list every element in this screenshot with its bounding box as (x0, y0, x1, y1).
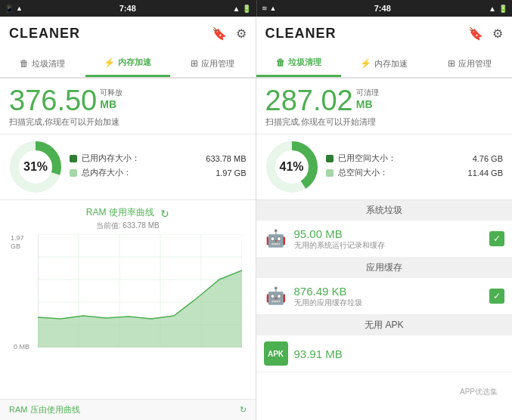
tab-trash-right[interactable]: 🗑 垃圾清理 (256, 50, 342, 77)
android-icon-cache: 🤖 (264, 284, 288, 308)
right-total-val: 11.44 GB (468, 168, 503, 178)
left-used-val: 633.78 MB (206, 154, 246, 163)
left-unit-mb: MB (100, 98, 123, 110)
ram-chart (38, 234, 242, 347)
right-used-val: 4.76 GB (473, 154, 503, 163)
tab-trash-label-left: 垃圾清理 (32, 58, 65, 69)
system-item-desc: 无用的系统运行记录和缓存 (294, 240, 484, 251)
tab-memory-left[interactable]: ⚡ 内存加速 (85, 50, 171, 77)
left-stats-info: 已用内存大小： 633.78 MB 总内存大小： 1.97 GB (70, 153, 247, 181)
right-stats-info: 已用空间大小： 4.76 GB 总空间大小： 11.44 GB (326, 153, 504, 181)
left-donut: 31% (9, 141, 62, 193)
left-tabs: 🗑 垃圾清理 ⚡ 内存加速 ⊞ 应用管理 (0, 50, 256, 79)
list-item-cache[interactable]: 🤖 876.49 KB 无用的应用缓存垃圾 ✓ (256, 278, 513, 315)
right-stat-used: 已用空间大小： 4.76 GB (326, 153, 504, 164)
right-app-header: CLEANER 🔖 ⚙ (256, 17, 513, 50)
bookmark-icon-left[interactable]: 🔖 (212, 26, 227, 41)
cache-item-desc: 无用的应用缓存垃圾 (294, 298, 484, 308)
status-bar-right: ≋ ▲ 7:48 ▲ 🔋 (256, 0, 513, 17)
left-right-icons: ▲ 🔋 (233, 5, 252, 13)
right-used-dot (326, 155, 334, 162)
apk-icon: APK (264, 341, 288, 366)
apk-item-info: 93.91 MB (294, 347, 505, 360)
phone-icon: 📱 (5, 5, 14, 13)
cache-item-info: 876.49 KB 无用的应用缓存垃圾 (294, 285, 484, 308)
tab-trash-label-right: 垃圾清理 (288, 57, 321, 68)
used-dot (70, 155, 77, 162)
left-stat-total: 总内存大小： 1.97 GB (70, 167, 247, 178)
right-big-number: 287.02 (265, 86, 353, 115)
right-header-icons: 🔖 ⚙ (468, 26, 503, 41)
left-chart-title: RAM 使用率曲线 (86, 206, 154, 219)
apps-icon-right: ⊞ (448, 58, 455, 69)
right-status-icons: ≋ ▲ (262, 5, 277, 12)
left-number-row: 376.50 可释放 MB (9, 86, 247, 115)
bookmark-icon-right[interactable]: 🔖 (468, 26, 483, 41)
right-total-dot (326, 169, 334, 177)
right-used-label: 已用空间大小： (338, 153, 468, 164)
section-system-trash: 系统垃圾 (256, 200, 513, 221)
chart-y-top: 1.97GB (11, 234, 24, 251)
memory-icon-right: ⚡ (360, 58, 371, 69)
left-scan-desc: 扫描完成,你现在可以开始加速 (9, 116, 247, 128)
left-status-icons: 📱 ▲ (5, 5, 23, 13)
right-unit: 可清理 MB (356, 86, 379, 110)
tab-memory-label-right: 内存加速 (374, 58, 408, 69)
status-bars: 📱 ▲ 7:48 ▲ 🔋 ≋ ▲ 7:48 ▲ 🔋 (0, 0, 512, 17)
left-bottom-label: RAM 压由使用曲线 ↻ (0, 399, 256, 420)
left-big-number: 376.50 (9, 86, 97, 115)
status-bar-left: 📱 ▲ 7:48 ▲ 🔋 (0, 0, 256, 17)
tab-apps-label-right: 应用管理 (458, 58, 492, 69)
tab-trash-left[interactable]: 🗑 垃圾清理 (0, 50, 85, 77)
battery-icon-left: 🔋 (242, 5, 251, 13)
cache-item-check[interactable]: ✓ (489, 289, 504, 304)
right-big-number-section: 287.02 可清理 MB 扫描完成,你现在可以开始清理 (256, 79, 513, 134)
system-item-check[interactable]: ✓ (489, 231, 504, 246)
tab-apps-left[interactable]: ⊞ 应用管理 (170, 50, 256, 77)
trash-icon-right: 🗑 (276, 57, 285, 68)
settings-icon-right[interactable]: ⚙ (492, 26, 503, 41)
right-total-label: 总空间大小： (338, 167, 464, 178)
wifi-icon-right: ▲ (489, 5, 496, 13)
section-apk: 无用 APK (256, 315, 513, 335)
right-app-title: CLEANER (265, 26, 337, 42)
left-bottom-refresh[interactable]: ↻ (240, 405, 247, 415)
left-app-title: CLEANER (9, 26, 80, 42)
right-donut: 41% (265, 141, 318, 193)
left-time: 7:48 (119, 4, 136, 13)
right-number-row: 287.02 可清理 MB (265, 86, 504, 115)
memory-icon-left: ⚡ (104, 57, 115, 68)
left-stat-used: 已用内存大小： 633.78 MB (70, 153, 247, 164)
signal-icon: ▲ (16, 5, 23, 12)
left-chart-subtitle: 当前值: 633.78 MB (9, 221, 247, 231)
right-panel: CLEANER 🔖 ⚙ 🗑 垃圾清理 ⚡ 内存加速 ⊞ 应用管理 (256, 17, 513, 420)
left-total-label: 总内存大小： (82, 167, 211, 178)
total-dot (70, 169, 77, 177)
system-item-size: 95.00 MB (294, 227, 484, 240)
left-used-label: 已用内存大小： (82, 153, 201, 164)
cache-item-size: 876.49 KB (294, 285, 484, 298)
signal-icon-right: ▲ (270, 5, 277, 12)
system-item-info: 95.00 MB 无用的系统运行记录和缓存 (294, 227, 484, 251)
right-scan-desc: 扫描完成,你现在可以开始清理 (265, 116, 504, 128)
left-unit: 可释放 MB (100, 86, 123, 110)
list-item-apk[interactable]: APK 93.91 MB (256, 335, 513, 372)
section-app-cache: 应用缓存 (256, 258, 513, 278)
list-item-system[interactable]: 🤖 95.00 MB 无用的系统运行记录和缓存 ✓ (256, 221, 513, 258)
tab-memory-right[interactable]: ⚡ 内存加速 (341, 50, 427, 77)
section-app-cache-label: 应用缓存 (366, 262, 402, 273)
left-bottom-text: RAM 压由使用曲线 (9, 404, 80, 415)
left-chart-refresh[interactable]: ↻ (160, 208, 169, 220)
right-donut-percent: 41% (279, 160, 303, 174)
battery-icon-right: 🔋 (498, 5, 507, 13)
trash-icon-left: 🗑 (20, 58, 29, 69)
main-panels: CLEANER 🔖 ⚙ 🗑 垃圾清理 ⚡ 内存加速 ⊞ 应用管理 (0, 17, 512, 420)
section-apk-label: 无用 APK (365, 320, 403, 330)
android-icon-system: 🤖 (264, 227, 288, 251)
right-unit-mb: MB (356, 98, 379, 110)
right-right-icons: ▲ 🔋 (489, 5, 507, 13)
section-system-trash-label: 系统垃圾 (366, 205, 402, 215)
settings-icon-left[interactable]: ⚙ (236, 26, 247, 41)
tab-apps-right[interactable]: ⊞ 应用管理 (427, 50, 512, 77)
left-panel: CLEANER 🔖 ⚙ 🗑 垃圾清理 ⚡ 内存加速 ⊞ 应用管理 (0, 17, 256, 420)
